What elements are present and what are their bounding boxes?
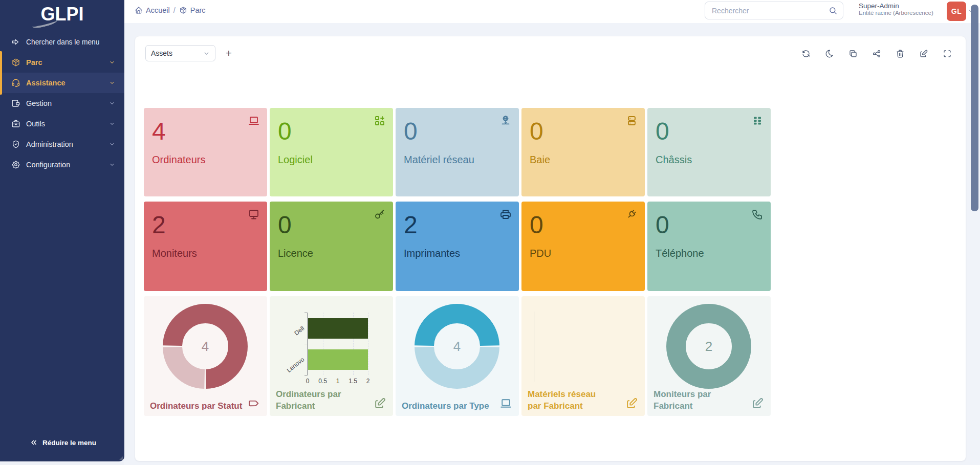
stat-card-chassis[interactable]: 0 Châssis: [647, 108, 771, 196]
tag-icon[interactable]: [248, 397, 260, 410]
x-tick-label: 1: [336, 378, 340, 385]
stat-card-logiciel[interactable]: 0 Logiciel: [270, 108, 393, 196]
search-icon[interactable]: [829, 6, 838, 15]
chart-title: Ordinateurs par Type: [402, 401, 504, 412]
edit-icon[interactable]: [751, 397, 764, 410]
stat-card-imprimantes[interactable]: 2 Imprimantes: [396, 202, 519, 291]
dashboard-select[interactable]: Assets: [145, 45, 215, 61]
breadcrumb-separator: /: [173, 6, 176, 14]
chevron-down-icon: [109, 121, 115, 127]
chevron-down-icon: [109, 100, 115, 106]
sidebar-item-administration[interactable]: Administration: [0, 134, 124, 154]
chart-card-ordinateurs-par-fabricant: 00.511.52DellLenovo Ordinateurs par Fabr…: [270, 296, 393, 416]
add-dashboard-button[interactable]: +: [222, 47, 235, 60]
dashboard-grid: 4 Ordinateurs 0 Logiciel 0 Matériel rése…: [144, 108, 771, 416]
sidebar-resize-grip[interactable]: [119, 456, 123, 460]
stat-value: 0: [530, 213, 543, 237]
donut-center-value: 2: [665, 339, 752, 355]
fullscreen-icon[interactable]: [943, 49, 952, 58]
sidebar-search-menu[interactable]: Chercher dans le menu: [0, 32, 124, 52]
chevron-down-icon: [109, 59, 115, 65]
arrow-right-icon: [11, 37, 20, 47]
breadcrumb-parc[interactable]: Parc: [179, 6, 206, 14]
package-icon: [179, 6, 187, 14]
sidebar-item-outils[interactable]: Outils: [0, 114, 124, 134]
stat-card-moniteurs[interactable]: 2 Moniteurs: [144, 202, 267, 291]
chevrons-left-icon: [30, 438, 38, 447]
collapse-menu-label: Réduire le menu: [42, 439, 96, 447]
duplicate-icon[interactable]: [848, 49, 858, 58]
home-icon: [135, 6, 143, 14]
axis-tick: [304, 313, 308, 313]
stat-card-licence[interactable]: 0 Licence: [270, 202, 393, 291]
plug-icon: [625, 208, 638, 220]
topbar: Accueil / Parc Super-Admin Entité racine…: [124, 0, 980, 23]
wallet-icon: [11, 99, 20, 108]
sidebar-item-configuration[interactable]: Configuration: [0, 154, 124, 175]
edit-icon[interactable]: [919, 49, 928, 58]
sidebar-item-label: Administration: [26, 140, 73, 148]
trash-icon[interactable]: [896, 49, 905, 58]
axis-tick: [304, 344, 308, 344]
laptop-icon: [248, 115, 260, 127]
x-tick-label: 0.5: [318, 378, 327, 385]
share-icon[interactable]: [872, 49, 881, 58]
x-tick-label: 2: [366, 378, 370, 385]
edit-icon[interactable]: [625, 397, 638, 410]
stat-label: Logiciel: [278, 154, 313, 166]
stat-value: 2: [152, 213, 165, 237]
breadcrumb-label: Parc: [190, 6, 206, 14]
donut-center-value: 4: [162, 339, 249, 355]
gear-icon: [11, 160, 20, 169]
chart-title: Ordinateurs par Fabricant: [276, 389, 357, 412]
user-menu[interactable]: Super-Admin Entité racine (Arborescence): [859, 2, 933, 16]
chassis-grid-icon: [751, 115, 764, 127]
scrollbar-thumb[interactable]: [971, 5, 978, 211]
sidebar-item-parc[interactable]: Parc: [0, 52, 124, 73]
stat-label: Moniteurs: [152, 248, 197, 259]
stat-card-telephone[interactable]: 0 Téléphone: [647, 202, 771, 291]
search-input[interactable]: [705, 2, 843, 19]
stat-value: 2: [404, 213, 417, 237]
bar-lenovo[interactable]: [308, 349, 368, 370]
stat-label: Ordinateurs: [152, 154, 206, 166]
sidebar-search-label: Chercher dans le menu: [26, 38, 99, 46]
bar-dell[interactable]: [308, 318, 368, 339]
donut-center-value: 4: [413, 339, 500, 355]
stat-label: Téléphone: [656, 248, 704, 259]
apps-plus-icon: [374, 115, 386, 127]
stat-label: Châssis: [656, 154, 692, 166]
dashboard-select-value: Assets: [151, 49, 172, 57]
phone-icon: [751, 208, 764, 220]
breadcrumb-label: Accueil: [146, 6, 170, 14]
chart-title: Moniteurs par Fabricant: [654, 389, 734, 412]
sidebar-item-label: Parc: [26, 58, 42, 67]
global-search: [705, 2, 843, 19]
sidebar-item-gestion[interactable]: Gestion: [0, 93, 124, 114]
gridline: [368, 313, 368, 375]
server-rack-icon: [625, 115, 638, 127]
edit-icon[interactable]: [374, 397, 386, 410]
avatar[interactable]: GL: [947, 2, 966, 21]
y-category-label: Lenovo: [273, 356, 306, 383]
stat-label: Matériel réseau: [404, 154, 474, 166]
stat-value: 0: [656, 119, 669, 144]
collapse-menu-button[interactable]: Réduire le menu: [30, 438, 96, 447]
stat-card-ordinateurs[interactable]: 4 Ordinateurs: [144, 108, 267, 196]
chevron-down-icon: [203, 50, 210, 57]
empty-chart-axis: [534, 312, 534, 382]
user-name: Super-Admin: [859, 2, 933, 10]
stat-card-pdu[interactable]: 0 PDU: [521, 202, 645, 291]
refresh-icon[interactable]: [801, 49, 811, 58]
dark-mode-moon-icon[interactable]: [825, 49, 834, 58]
user-entity: Entité racine (Arborescence): [859, 10, 933, 16]
chart-card-ordinateurs-par-type: 4 Ordinateurs par Type: [396, 296, 519, 416]
stat-card-materiel-reseau[interactable]: 0 Matériel réseau: [396, 108, 519, 196]
sidebar-nav: Chercher dans le menu Parc Assistance: [0, 32, 124, 175]
breadcrumb-home[interactable]: Accueil: [135, 6, 170, 14]
stat-card-baie[interactable]: 0 Baie: [521, 108, 645, 196]
sidebar-item-assistance[interactable]: Assistance: [0, 73, 124, 93]
laptop-icon[interactable]: [499, 397, 512, 410]
chevron-down-icon: [109, 141, 115, 147]
chevron-down-icon: [109, 80, 115, 86]
